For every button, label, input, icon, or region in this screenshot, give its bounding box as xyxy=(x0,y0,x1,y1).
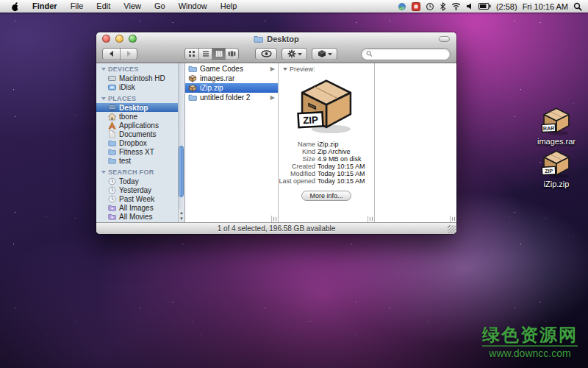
chevron-right-icon: ▶ xyxy=(270,94,275,101)
volume-icon[interactable] xyxy=(466,2,473,10)
quick-look-button[interactable] xyxy=(255,48,277,60)
forward-button[interactable] xyxy=(120,49,137,60)
scroll-up-arrow[interactable]: ▲ xyxy=(179,210,184,215)
sidebar: DEVICES Macintosh HD iDisk PLACES Deskto… xyxy=(96,63,185,222)
desktop-icon xyxy=(108,104,116,112)
title-bar[interactable]: Desktop xyxy=(96,32,456,45)
watermark-url: www.downcc.com xyxy=(482,345,578,359)
menu-item-view[interactable]: View xyxy=(117,0,148,13)
minimize-button[interactable] xyxy=(115,35,123,43)
zip-archive-icon xyxy=(188,84,197,93)
gear-icon xyxy=(287,49,296,58)
sidebar-item-past-week[interactable]: Past Week xyxy=(96,194,184,203)
wifi-icon[interactable] xyxy=(451,2,461,10)
rar-archive-icon xyxy=(188,74,197,83)
home-icon xyxy=(108,113,116,121)
zoom-button[interactable] xyxy=(129,35,137,43)
column-view-button[interactable] xyxy=(212,49,225,60)
back-button[interactable] xyxy=(103,49,120,60)
sidebar-scrollbar[interactable] xyxy=(178,63,184,222)
file-row-game-codes[interactable]: Game Codes ▶ xyxy=(185,64,278,74)
sidebar-item-all-movies[interactable]: All Movies xyxy=(96,212,184,221)
zip-box-icon: ZIP xyxy=(541,150,572,179)
icon-view-button[interactable] xyxy=(185,49,198,60)
coverflow-view-button[interactable] xyxy=(225,49,238,60)
sidebar-item-yesterday[interactable]: Yesterday xyxy=(96,185,184,194)
search-field[interactable] xyxy=(361,48,451,60)
desktop-icon-images-rar[interactable]: RAR images.rar xyxy=(533,107,580,146)
spotlight-icon[interactable] xyxy=(573,2,582,11)
sidebar-item-tbone[interactable]: tbone xyxy=(96,112,184,121)
sidebar-section-places[interactable]: PLACES xyxy=(96,94,184,103)
toolbar-toggle-button[interactable] xyxy=(439,36,450,42)
more-info-button[interactable]: More info... xyxy=(301,191,351,201)
preview-header[interactable]: Preview: xyxy=(279,63,374,73)
menu-item-go[interactable]: Go xyxy=(148,0,172,13)
scroll-down-arrow[interactable]: ▼ xyxy=(179,216,184,221)
menu-item-edit[interactable]: Edit xyxy=(90,0,117,13)
sidebar-item-dropbox[interactable]: Dropbox xyxy=(96,138,184,147)
zip-preview-icon[interactable]: ZIP xyxy=(279,79,374,135)
scrollbar-arrows[interactable]: ▲▼ xyxy=(178,209,184,222)
apple-icon xyxy=(10,1,20,12)
bluetooth-icon[interactable] xyxy=(440,2,446,11)
close-button[interactable] xyxy=(102,35,110,43)
sidebar-item-today[interactable]: Today xyxy=(96,177,184,185)
battery-icon[interactable] xyxy=(478,2,491,10)
menu-clock[interactable]: Fri 10:16 AM xyxy=(523,2,568,11)
sidebar-item-documents[interactable]: Documents xyxy=(96,130,184,138)
sidebar-item-fitness-xt[interactable]: Fitness XT xyxy=(96,147,184,156)
applications-icon xyxy=(108,121,116,130)
sidebar-item-applications[interactable]: Applications xyxy=(96,121,184,130)
menu-item-file[interactable]: File xyxy=(64,0,90,13)
folder-icon xyxy=(188,93,197,102)
sidebar-item-macintosh-hd[interactable]: Macintosh HD xyxy=(96,74,184,82)
action-menu-button[interactable] xyxy=(282,48,307,60)
column-resize-handle[interactable] xyxy=(368,216,374,222)
menu-item-window[interactable]: Window xyxy=(172,0,214,13)
list-view-button[interactable] xyxy=(198,49,212,60)
menu-item-finder[interactable]: Finder xyxy=(26,0,64,13)
battery-time: (2:58) xyxy=(496,2,517,11)
watermark: 绿色资源网 www.downcc.com xyxy=(482,326,578,359)
file-row-izip-zip[interactable]: iZip.zip xyxy=(185,83,278,93)
folder-icon xyxy=(188,65,197,74)
clock-icon xyxy=(108,186,116,194)
finder-window: Desktop xyxy=(96,32,456,234)
column-resize-handle[interactable] xyxy=(450,216,456,222)
sidebar-item-test[interactable]: test xyxy=(96,156,184,165)
menu-item-help[interactable]: Help xyxy=(214,0,244,13)
file-list-column: Game Codes ▶ images.rar iZip.zip untitle… xyxy=(185,63,279,222)
scrollbar-thumb[interactable] xyxy=(179,146,184,197)
sidebar-item-all-images[interactable]: All Images xyxy=(96,203,184,212)
file-row-images-rar[interactable]: images.rar xyxy=(185,74,278,83)
desktop-icon-izip-zip[interactable]: ZIP iZip.zip xyxy=(533,150,580,188)
sidebar-item-idisk[interactable]: iDisk xyxy=(96,82,184,91)
time-machine-icon[interactable] xyxy=(426,2,434,11)
navigation-buttons xyxy=(102,48,137,60)
svg-text:ZIP: ZIP xyxy=(545,169,553,175)
sidebar-section-search-for[interactable]: SEARCH FOR xyxy=(96,168,184,177)
red-status-icon[interactable] xyxy=(412,2,420,11)
disclosure-triangle-icon xyxy=(283,68,287,71)
dropbox-sync-icon[interactable] xyxy=(398,2,406,11)
folder-icon xyxy=(108,148,116,156)
sidebar-section-devices[interactable]: DEVICES xyxy=(96,65,184,74)
toolbar xyxy=(96,45,456,63)
folder-icon xyxy=(108,157,116,165)
file-row-untitled-folder-2[interactable]: untitled folder 2 ▶ xyxy=(185,93,278,102)
idisk-icon xyxy=(108,83,116,91)
dropbox-menu-button[interactable] xyxy=(312,48,337,60)
rar-box-icon: RAR xyxy=(541,107,572,136)
window-title: Desktop xyxy=(96,32,456,45)
status-bar: 1 of 4 selected, 196.58 GB available xyxy=(96,222,456,234)
desktop-icon-label: images.rar xyxy=(537,137,576,146)
sidebar-item-desktop[interactable]: Desktop xyxy=(96,103,184,112)
apple-menu[interactable] xyxy=(4,1,26,12)
disclosure-triangle-icon xyxy=(101,171,106,174)
folder-icon xyxy=(254,35,263,43)
search-input[interactable] xyxy=(376,50,445,58)
resize-grip[interactable] xyxy=(448,225,456,233)
column-resize-handle[interactable] xyxy=(271,216,278,222)
disclosure-triangle-icon xyxy=(101,68,106,71)
